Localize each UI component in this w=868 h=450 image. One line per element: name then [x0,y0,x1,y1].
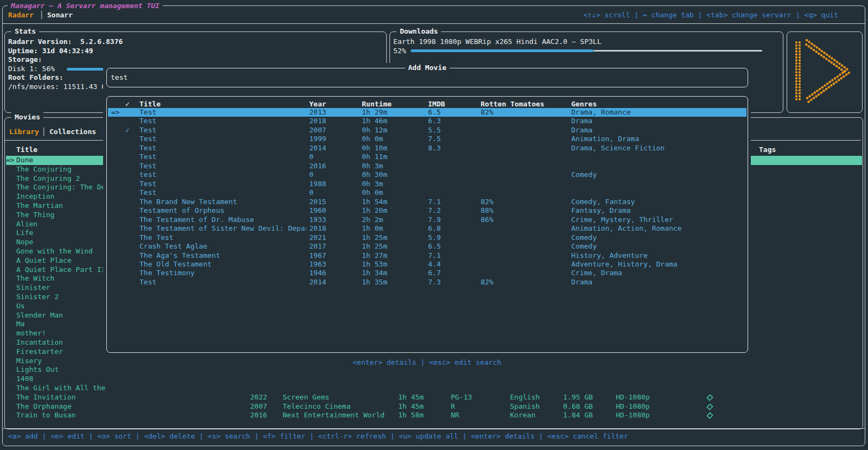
search-result-row[interactable]: The Brand New Testament 2015 1h 54m 7.1 … [108,198,746,206]
result-genres: Comedy [571,233,597,242]
search-result-row[interactable]: test 0 0h 30m Comedy [108,170,746,179]
movie-list-item[interactable]: Train to Busan 2016 Next Entertainment W… [6,411,862,420]
movie-year: 2022 [250,393,267,402]
result-year: 2014 [309,144,326,153]
result-runtime: 0h 30m [362,170,387,179]
result-runtime: 1h 25m [362,242,387,251]
result-title: The Testament of Sister New Devil: Depar [139,224,307,233]
search-result-row[interactable]: The Aga's Testament 1967 1h 27m 7.1 Hist… [108,251,746,260]
movie-list-item[interactable]: The Invitation 2022 Screen Gems 1h 45m P… [6,393,862,402]
managarr-logo-icon [793,36,853,107]
popup-title: Add Movie [405,63,449,73]
movie-title: The Invitation [16,393,76,402]
stats-uptime-value: 31d 04:32:49 [42,47,93,55]
add-movie-popup: Add Movie test ✓ Title Year Runtime IMDB… [103,63,751,369]
result-year: 1999 [309,135,326,143]
search-result-row[interactable]: The Old Testament 1963 1h 53m 4.4 Advent… [108,260,746,269]
result-genres: Adventure, History, Drama [571,260,678,269]
tab-divider: │ [40,10,44,20]
movie-title: The Girl with All the [16,384,105,393]
result-year: 1960 [309,206,326,215]
col-title: Title [139,99,161,109]
search-result-row[interactable]: The Test 2021 1h 25m 5.9 Comedy [108,233,746,242]
movie-language: Spanish [510,402,540,411]
result-runtime: 1h 20m [362,206,387,215]
bottom-help-text: <a> add | <e> edit | <o> sort | <del> de… [8,432,628,441]
movie-title: The Conjuring 2 [16,174,80,183]
search-result-row[interactable]: The Testament of Dr. Mabuse 1933 2h 2m 7… [108,216,746,224]
row-check: ✓ [125,126,130,135]
search-result-row[interactable]: Crash Test Aglae 2017 1h 25m 6.5 Comedy [108,242,746,251]
movie-runtime: 1h 58m [398,411,424,420]
bottombar-separator [2,428,865,429]
stats-disk-label: Disk 1: 56% [8,65,55,73]
result-title: Test [139,135,156,143]
result-rotten-tomatoes: 82% [481,198,493,206]
stats-version-label: Radarr Version: [8,37,72,46]
result-imdb: 6.5 [428,108,441,117]
search-result-row[interactable]: ✓ Test 2007 0h 12m 5.5 Drama [108,126,746,135]
result-imdb: 6.3 [428,117,441,125]
col-check: ✓ [125,99,130,109]
result-genres: Comedy [571,170,597,179]
result-rotten-tomatoes: 82% [481,278,493,287]
movies-tab-library[interactable]: Library [9,127,39,136]
result-genres: History, Adventure [571,251,648,260]
movie-year: 2007 [250,402,267,411]
movies-col-title: Title [16,145,37,155]
result-title: The Testament of Dr. Mabuse [139,216,254,224]
movie-title: Alien [16,220,37,229]
search-result-row[interactable]: Test 2014 0h 10m 8.3 Drama, Science Fict… [108,144,746,153]
col-runtime: Runtime [362,99,392,109]
search-result-row[interactable]: Testament of Orpheus 1960 1h 20m 7.2 88%… [108,206,746,215]
result-runtime: 0h 3m [362,180,383,188]
result-title: Test [139,126,156,135]
movie-title: The Martian [16,201,63,211]
tag-icon [706,403,713,411]
result-imdb: 7.5 [428,135,441,143]
movie-rating: R [451,402,455,411]
search-result-row[interactable]: Test 0 0h 11m [108,153,746,161]
movie-title: A Quiet Place Part II [16,265,105,275]
stats-rootfolder-value: /nfs/movies: 11511.43 GB [8,83,110,91]
result-imdb: 4.4 [428,260,441,269]
search-result-row[interactable]: The Testimony 1946 1h 34m 6.7 Crime, Dra… [108,269,746,277]
search-result-row[interactable]: Test 0 0h 0m [108,188,746,197]
search-result-row[interactable]: Test 1988 0h 3m [108,180,746,188]
stats-uptime-label: Uptime: [8,47,38,55]
movie-title: The Orphanage [16,402,72,411]
result-imdb: 5.5 [428,126,441,135]
search-input-value[interactable]: test [111,73,127,82]
movie-title: Gone with the Wind [16,247,93,256]
movie-list-item[interactable]: The Girl with All the [6,384,862,393]
result-year: 2016 [309,162,326,170]
movie-list-item[interactable]: The Orphanage 2007 Telecinco Cinema 1h 4… [6,402,862,411]
movies-title: Movies [11,112,43,122]
movies-tab-collections[interactable]: Collections [49,127,96,136]
tag-icon [706,412,713,420]
result-imdb: 7.2 [428,206,441,215]
movie-title: The Witch [16,274,54,283]
search-result-row[interactable]: Test 1999 0h 0m 7.5 Animation, Drama [108,135,746,143]
search-result-row[interactable]: Test 2016 0h 3m [108,162,746,170]
search-result-row[interactable]: => Test 2013 1h 29m 6.5 82% Drama, Roman… [108,108,746,117]
search-result-row[interactable]: Test 2014 1h 35m 7.3 82% Drama [108,278,746,287]
search-result-row[interactable]: The Testament of Sister New Devil: Depar… [108,224,746,233]
search-result-row[interactable]: Test 2018 1h 46m 6.3 Drama [108,117,746,125]
movies-col-tags: Tags [759,145,776,155]
movies-tab-divider-1: │ [42,127,46,136]
movie-quality: HD-1080p [616,393,650,402]
movie-list-item[interactable]: 1408 [6,375,862,384]
movie-title: The Thing [16,211,54,220]
logo-panel [787,31,863,113]
result-year: 2007 [309,126,326,135]
result-genres: Comedy [571,242,597,251]
result-imdb: 8.3 [428,144,441,153]
search-box[interactable]: Add Movie test [106,68,748,87]
result-genres: Animation, Drama [571,135,639,143]
tab-radarr[interactable]: Radarr [8,10,34,20]
result-rotten-tomatoes: 82% [481,108,493,117]
result-genres: Crime, Drama [571,269,622,277]
result-rotten-tomatoes: 88% [481,206,493,215]
tab-sonarr[interactable]: Sonarr [47,10,73,20]
